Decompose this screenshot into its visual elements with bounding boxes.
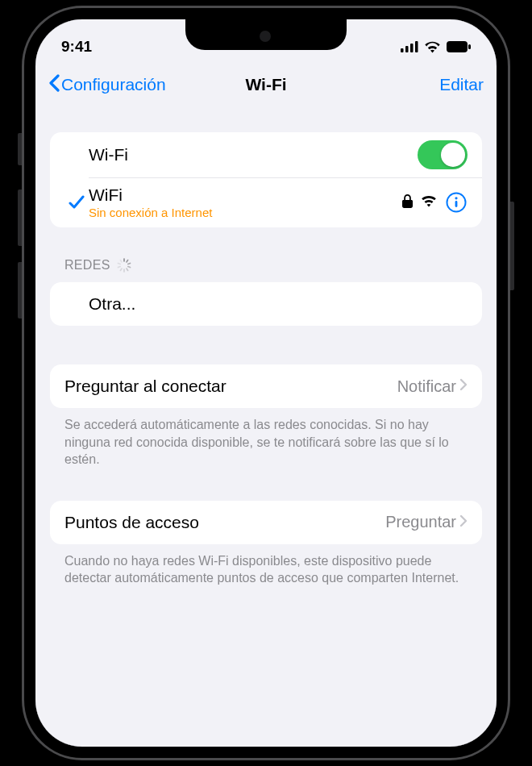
svg-rect-2 [410, 44, 414, 52]
svg-line-18 [120, 260, 122, 263]
screen: 9:41 Configuración Wi-Fi [35, 19, 497, 747]
svg-rect-3 [415, 41, 418, 52]
volume-up-button [18, 189, 24, 246]
ask-footer: Se accederá automáticamente a las redes … [50, 408, 482, 468]
wifi-toggle-row: Wi-Fi [50, 132, 482, 177]
wifi-switch[interactable] [418, 140, 468, 169]
status-time: 9:41 [61, 38, 92, 56]
svg-rect-4 [447, 41, 468, 52]
ask-to-join-row[interactable]: Preguntar al conectar Notificar [50, 364, 482, 408]
other-network-label: Otra... [89, 294, 468, 314]
info-button[interactable] [445, 191, 468, 214]
phone-frame: 9:41 Configuración Wi-Fi [24, 8, 508, 758]
svg-rect-0 [401, 48, 404, 52]
svg-rect-8 [455, 201, 458, 207]
back-label: Configuración [61, 75, 166, 94]
svg-line-17 [118, 263, 120, 264]
status-right [401, 41, 471, 53]
svg-point-7 [455, 197, 457, 199]
wifi-toggle-label: Wi-Fi [89, 145, 418, 164]
svg-line-10 [127, 260, 128, 263]
network-status-icons [402, 191, 468, 214]
wifi-signal-icon [421, 195, 437, 210]
volume-down-button [18, 262, 24, 318]
back-button[interactable]: Configuración [48, 74, 166, 96]
spinner-icon [117, 258, 131, 273]
device-notch [185, 19, 347, 50]
chevron-left-icon [48, 74, 60, 96]
hotspot-row[interactable]: Puntos de acceso Preguntar [50, 501, 482, 544]
connected-network-warning: Sin conexión a Internet [89, 206, 402, 219]
chevron-right-icon [459, 514, 468, 531]
navigation-bar: Configuración Wi-Fi Editar [35, 65, 497, 105]
ask-value: Notificar [397, 377, 456, 396]
page-title: Wi-Fi [245, 75, 286, 94]
wifi-icon [424, 41, 441, 53]
edit-button[interactable]: Editar [439, 75, 484, 94]
svg-line-15 [120, 269, 122, 271]
networks-group: Otra... [50, 282, 482, 326]
svg-rect-5 [468, 44, 471, 49]
checkmark-icon [64, 195, 89, 210]
ask-label: Preguntar al conectar [64, 377, 397, 396]
hotspot-value: Preguntar [385, 513, 456, 531]
lock-icon [402, 194, 413, 211]
connected-network-name: WiFi [89, 185, 402, 205]
networks-header-label: REDES [64, 258, 110, 273]
cellular-icon [401, 41, 418, 52]
hotspot-label: Puntos de acceso [64, 513, 385, 532]
svg-line-16 [118, 267, 120, 268]
content: Wi-Fi WiFi Sin conexión a Internet [35, 105, 497, 747]
ask-group: Preguntar al conectar Notificar [50, 364, 482, 408]
networks-header: REDES [50, 258, 482, 277]
chevron-right-icon [459, 378, 468, 394]
svg-line-12 [127, 267, 130, 268]
svg-line-13 [127, 269, 128, 271]
hotspot-footer: Cuando no haya redes Wi-Fi disponibles, … [50, 544, 482, 587]
other-network-row[interactable]: Otra... [50, 282, 482, 326]
hotspot-group: Puntos de acceso Preguntar [50, 501, 482, 544]
silence-switch [18, 133, 24, 165]
battery-icon [447, 41, 471, 52]
svg-line-11 [127, 263, 130, 264]
svg-rect-1 [405, 46, 409, 52]
power-button [508, 202, 514, 290]
wifi-group: Wi-Fi WiFi Sin conexión a Internet [50, 132, 482, 227]
connected-network-row[interactable]: WiFi Sin conexión a Internet [50, 177, 482, 227]
